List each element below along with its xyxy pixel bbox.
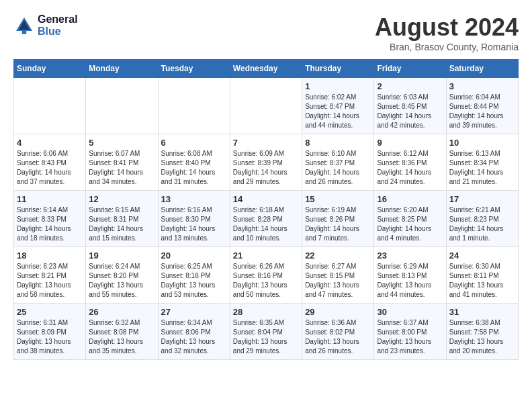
cell-content: Sunrise: 6:12 AM Sunset: 8:36 PM Dayligh…	[377, 149, 443, 187]
calendar-cell-2-6: 17Sunrise: 6:21 AM Sunset: 8:23 PM Dayli…	[446, 191, 518, 247]
day-number: 15	[305, 194, 371, 204]
cell-content: Sunrise: 6:07 AM Sunset: 8:41 PM Dayligh…	[89, 149, 154, 187]
calendar-cell-3-5: 23Sunrise: 6:29 AM Sunset: 8:13 PM Dayli…	[374, 247, 446, 304]
day-number: 6	[161, 138, 227, 148]
calendar-cell-4-0: 25Sunrise: 6:31 AM Sunset: 8:09 PM Dayli…	[14, 304, 86, 360]
calendar-cell-2-5: 16Sunrise: 6:20 AM Sunset: 8:25 PM Dayli…	[374, 191, 446, 247]
cell-content: Sunrise: 6:30 AM Sunset: 8:11 PM Dayligh…	[449, 262, 515, 300]
day-number: 21	[233, 250, 299, 261]
cell-content: Sunrise: 6:03 AM Sunset: 8:45 PM Dayligh…	[377, 93, 443, 130]
cell-content: Sunrise: 6:23 AM Sunset: 8:21 PM Dayligh…	[17, 262, 83, 300]
cell-content: Sunrise: 6:25 AM Sunset: 8:18 PM Dayligh…	[161, 262, 227, 300]
header-sunday: Sunday	[14, 60, 86, 78]
day-number: 11	[17, 194, 83, 204]
calendar-cell-4-3: 28Sunrise: 6:35 AM Sunset: 8:04 PM Dayli…	[230, 304, 302, 360]
cell-content: Sunrise: 6:34 AM Sunset: 8:06 PM Dayligh…	[161, 318, 227, 356]
day-number: 16	[377, 194, 443, 204]
cell-content: Sunrise: 6:16 AM Sunset: 8:30 PM Dayligh…	[161, 205, 227, 243]
cell-content: Sunrise: 6:13 AM Sunset: 8:34 PM Dayligh…	[449, 149, 515, 187]
week-row-1: 1Sunrise: 6:02 AM Sunset: 8:47 PM Daylig…	[14, 78, 519, 134]
day-number: 31	[449, 307, 515, 317]
calendar-cell-3-4: 22Sunrise: 6:27 AM Sunset: 8:15 PM Dayli…	[302, 247, 374, 304]
cell-content: Sunrise: 6:37 AM Sunset: 8:00 PM Dayligh…	[377, 318, 443, 356]
cell-content: Sunrise: 6:24 AM Sunset: 8:20 PM Dayligh…	[89, 262, 154, 300]
day-number: 30	[377, 307, 443, 317]
day-number: 8	[305, 138, 371, 148]
logo-icon	[13, 15, 35, 36]
week-row-4: 18Sunrise: 6:23 AM Sunset: 8:21 PM Dayli…	[14, 247, 519, 304]
calendar-cell-1-1: 5Sunrise: 6:07 AM Sunset: 8:41 PM Daylig…	[86, 134, 158, 191]
cell-content: Sunrise: 6:21 AM Sunset: 8:23 PM Dayligh…	[449, 205, 515, 243]
calendar-cell-0-5: 2Sunrise: 6:03 AM Sunset: 8:45 PM Daylig…	[374, 78, 446, 134]
calendar-cell-2-0: 11Sunrise: 6:14 AM Sunset: 8:33 PM Dayli…	[14, 191, 86, 247]
month-year-title: August 2024	[375, 13, 519, 42]
calendar-cell-1-5: 9Sunrise: 6:12 AM Sunset: 8:36 PM Daylig…	[374, 134, 446, 191]
cell-content: Sunrise: 6:14 AM Sunset: 8:33 PM Dayligh…	[17, 205, 83, 243]
cell-content: Sunrise: 6:09 AM Sunset: 8:39 PM Dayligh…	[233, 149, 299, 187]
week-row-2: 4Sunrise: 6:06 AM Sunset: 8:43 PM Daylig…	[14, 134, 519, 191]
header-friday: Friday	[374, 60, 446, 78]
week-row-3: 11Sunrise: 6:14 AM Sunset: 8:33 PM Dayli…	[14, 191, 519, 247]
calendar-cell-0-6: 3Sunrise: 6:04 AM Sunset: 8:44 PM Daylig…	[446, 78, 518, 134]
day-number: 14	[233, 194, 299, 204]
day-number: 3	[449, 81, 515, 91]
header-monday: Monday	[86, 60, 158, 78]
day-number: 5	[89, 138, 154, 148]
calendar-cell-4-2: 27Sunrise: 6:34 AM Sunset: 8:06 PM Dayli…	[158, 304, 230, 360]
cell-content: Sunrise: 6:29 AM Sunset: 8:13 PM Dayligh…	[377, 262, 443, 300]
cell-content: Sunrise: 6:31 AM Sunset: 8:09 PM Dayligh…	[17, 318, 83, 356]
cell-content: Sunrise: 6:20 AM Sunset: 8:25 PM Dayligh…	[377, 205, 443, 243]
cell-content: Sunrise: 6:36 AM Sunset: 8:02 PM Dayligh…	[305, 318, 371, 356]
calendar-cell-0-0	[14, 78, 86, 134]
cell-content: Sunrise: 6:15 AM Sunset: 8:31 PM Dayligh…	[89, 205, 154, 243]
logo-blue: Blue	[38, 26, 78, 38]
calendar-cell-0-4: 1Sunrise: 6:02 AM Sunset: 8:47 PM Daylig…	[302, 78, 374, 134]
header-row: Sunday Monday Tuesday Wednesday Thursday…	[14, 60, 519, 78]
calendar-cell-3-0: 18Sunrise: 6:23 AM Sunset: 8:21 PM Dayli…	[14, 247, 86, 304]
calendar-body: 1Sunrise: 6:02 AM Sunset: 8:47 PM Daylig…	[14, 78, 519, 360]
day-number: 22	[305, 250, 371, 261]
day-number: 12	[89, 194, 154, 204]
calendar-cell-3-6: 24Sunrise: 6:30 AM Sunset: 8:11 PM Dayli…	[446, 247, 518, 304]
cell-content: Sunrise: 6:18 AM Sunset: 8:28 PM Dayligh…	[233, 205, 299, 243]
week-row-5: 25Sunrise: 6:31 AM Sunset: 8:09 PM Dayli…	[14, 304, 519, 360]
header-tuesday: Tuesday	[158, 60, 230, 78]
day-number: 17	[449, 194, 515, 204]
calendar-cell-1-0: 4Sunrise: 6:06 AM Sunset: 8:43 PM Daylig…	[14, 134, 86, 191]
day-number: 27	[161, 307, 227, 317]
calendar-cell-3-1: 19Sunrise: 6:24 AM Sunset: 8:20 PM Dayli…	[86, 247, 158, 304]
header-saturday: Saturday	[446, 60, 518, 78]
cell-content: Sunrise: 6:35 AM Sunset: 8:04 PM Dayligh…	[233, 318, 299, 356]
cell-content: Sunrise: 6:27 AM Sunset: 8:15 PM Dayligh…	[305, 262, 371, 300]
header-thursday: Thursday	[302, 60, 374, 78]
calendar-cell-1-2: 6Sunrise: 6:08 AM Sunset: 8:40 PM Daylig…	[158, 134, 230, 191]
calendar-cell-1-6: 10Sunrise: 6:13 AM Sunset: 8:34 PM Dayli…	[446, 134, 518, 191]
day-number: 26	[89, 307, 154, 317]
page-header: General Blue August 2024 Bran, Brasov Co…	[13, 13, 519, 52]
logo-general: General	[38, 13, 78, 26]
day-number: 19	[89, 250, 154, 261]
title-section: August 2024 Bran, Brasov County, Romania	[375, 13, 519, 52]
cell-content: Sunrise: 6:32 AM Sunset: 8:08 PM Dayligh…	[89, 318, 154, 356]
calendar-cell-1-4: 8Sunrise: 6:10 AM Sunset: 8:37 PM Daylig…	[302, 134, 374, 191]
logo-text: General Blue	[38, 13, 78, 37]
calendar-cell-2-4: 15Sunrise: 6:19 AM Sunset: 8:26 PM Dayli…	[302, 191, 374, 247]
day-number: 24	[449, 250, 515, 261]
cell-content: Sunrise: 6:10 AM Sunset: 8:37 PM Dayligh…	[305, 149, 371, 187]
calendar-cell-4-4: 29Sunrise: 6:36 AM Sunset: 8:02 PM Dayli…	[302, 304, 374, 360]
cell-content: Sunrise: 6:08 AM Sunset: 8:40 PM Dayligh…	[161, 149, 227, 187]
calendar-cell-3-2: 20Sunrise: 6:25 AM Sunset: 8:18 PM Dayli…	[158, 247, 230, 304]
day-number: 28	[233, 307, 299, 317]
location-subtitle: Bran, Brasov County, Romania	[375, 42, 519, 52]
cell-content: Sunrise: 6:04 AM Sunset: 8:44 PM Dayligh…	[449, 93, 515, 130]
calendar-cell-0-2	[158, 78, 230, 134]
day-number: 4	[17, 138, 83, 148]
calendar-cell-3-3: 21Sunrise: 6:26 AM Sunset: 8:16 PM Dayli…	[230, 247, 302, 304]
calendar-cell-1-3: 7Sunrise: 6:09 AM Sunset: 8:39 PM Daylig…	[230, 134, 302, 191]
day-number: 20	[161, 250, 227, 261]
day-number: 29	[305, 307, 371, 317]
day-number: 13	[161, 194, 227, 204]
svg-rect-2	[22, 30, 26, 34]
calendar-cell-0-1	[86, 78, 158, 134]
cell-content: Sunrise: 6:06 AM Sunset: 8:43 PM Dayligh…	[17, 149, 83, 187]
